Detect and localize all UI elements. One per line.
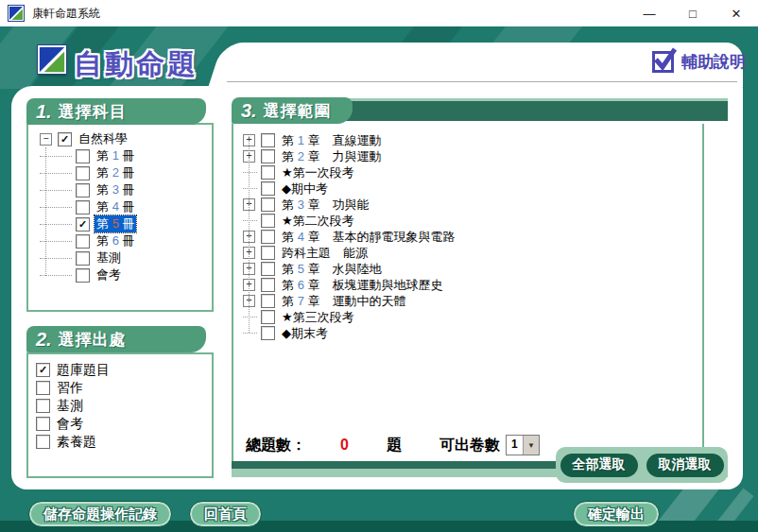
checkbox[interactable] — [36, 381, 50, 395]
tree-item-label[interactable]: 第 3 冊 — [95, 181, 136, 198]
tree-item[interactable]: + 第 6 章 板塊運動與地球歷史 — [233, 277, 697, 293]
tree-item-label[interactable]: ★第二次段考 — [280, 213, 356, 230]
checkbox[interactable] — [261, 262, 275, 276]
checkbox[interactable] — [261, 310, 275, 324]
collapse-icon[interactable]: − — [40, 133, 52, 146]
checkbox[interactable] — [76, 268, 90, 283]
list-item-label[interactable]: 習作 — [55, 380, 85, 397]
chevron-down-icon[interactable]: ▼ — [523, 436, 539, 455]
tree-item-label[interactable]: 第 7 章 運動中的天體 — [280, 293, 407, 310]
select-all-button[interactable]: 全部選取 — [560, 454, 638, 477]
tree-item[interactable]: 基測 — [28, 249, 212, 266]
tree-item[interactable]: 第 3 冊 — [28, 181, 212, 198]
checkbox[interactable] — [261, 181, 275, 196]
deselect-button[interactable]: 取消選取 — [646, 454, 724, 477]
tree-item-label[interactable]: 自然科學 — [77, 130, 129, 147]
tree-item[interactable]: 第 1 冊 — [28, 147, 212, 164]
maximize-button[interactable]: □ — [671, 0, 715, 26]
tree-item[interactable]: 第 2 冊 — [28, 164, 212, 181]
tree-item-label[interactable]: 第 1 冊 — [95, 147, 136, 164]
home-button[interactable]: 回首頁 — [189, 501, 262, 527]
checkbox[interactable] — [36, 435, 50, 449]
tree-item-label[interactable]: 第 6 章 板塊運動與地球歷史 — [280, 277, 444, 294]
checkbox[interactable] — [76, 251, 90, 266]
tree-item-label[interactable]: ★第三次段考 — [280, 309, 356, 326]
tree-item-selected[interactable]: ✓ 第 5 冊 — [28, 215, 212, 232]
tree-item[interactable]: ★第二次段考 — [233, 213, 697, 229]
tree-item-label[interactable]: 第 4 冊 — [95, 198, 136, 215]
tree-item[interactable]: 會考 — [28, 266, 212, 283]
confirm-output-button[interactable]: 確定輸出 — [573, 501, 660, 527]
list-item[interactable]: 習作 — [36, 379, 112, 397]
paper-count-select[interactable]: 1 ▼ — [506, 435, 540, 455]
checkbox[interactable] — [261, 294, 275, 308]
list-item-label[interactable]: 題庫題目 — [55, 362, 112, 379]
list-item-label[interactable]: 素養題 — [55, 434, 98, 451]
checkbox[interactable]: ✓ — [36, 363, 50, 377]
list-item[interactable]: 會考 — [36, 415, 112, 433]
list-item[interactable]: 基測 — [36, 397, 112, 415]
tree-item-label[interactable]: 第 4 章 基本的靜電現象與電路 — [280, 229, 457, 246]
tree-item[interactable]: + 第 1 章 直線運動 — [233, 132, 697, 148]
list-item-label[interactable]: 會考 — [55, 416, 85, 433]
checkbox[interactable] — [76, 234, 90, 249]
questions-unit-label: 題 — [387, 436, 402, 455]
checkbox[interactable] — [36, 417, 50, 431]
checkbox[interactable] — [261, 149, 275, 163]
list-item[interactable]: 素養題 — [36, 433, 112, 451]
minimize-button[interactable]: — — [628, 0, 671, 26]
tree-item[interactable]: + 跨科主題 能源 — [233, 245, 697, 261]
checkbox[interactable] — [261, 214, 275, 228]
tree-item-label[interactable]: 基測 — [95, 249, 123, 266]
tree-item[interactable]: ★第三次段考 — [233, 309, 697, 325]
tree-item-label[interactable]: 第 5 冊 — [95, 215, 136, 232]
checkbox[interactable] — [261, 230, 275, 244]
paper-count-label: 可出卷數 — [439, 436, 500, 455]
checkbox[interactable] — [76, 200, 90, 215]
checkbox[interactable] — [261, 133, 275, 147]
tree-item[interactable]: + 第 7 章 運動中的天體 — [233, 293, 697, 309]
tree-item-label[interactable]: ★第一次段考 — [280, 164, 356, 181]
checkbox[interactable] — [261, 278, 275, 292]
tree-item-label[interactable]: 會考 — [95, 266, 123, 283]
tree-item-label[interactable]: 第 2 冊 — [95, 164, 136, 181]
list-item-label[interactable]: 基測 — [55, 398, 85, 415]
tree-item[interactable]: ◆期末考 — [233, 325, 697, 341]
tree-item[interactable]: + 第 4 章 基本的靜電現象與電路 — [233, 229, 697, 245]
checkbox[interactable] — [261, 246, 275, 260]
tree-item[interactable]: ★第一次段考 — [233, 164, 697, 180]
close-button[interactable]: ✕ — [715, 0, 758, 26]
help-button[interactable]: 輔助說明 — [652, 51, 746, 73]
tree-item-label[interactable]: ◆期末考 — [280, 325, 330, 342]
window-title: 康軒命題系統 — [32, 6, 100, 22]
checkbox[interactable]: ✓ — [76, 217, 90, 232]
save-record-button[interactable]: 儲存命題操作記錄 — [28, 501, 172, 527]
tree-item-label[interactable]: ◆期中考 — [280, 180, 330, 197]
checkbox[interactable] — [36, 399, 50, 413]
checkbox[interactable] — [261, 165, 275, 180]
label-number: 4 — [298, 230, 304, 244]
tree-item-label[interactable]: 第 2 章 力與運動 — [280, 148, 383, 165]
tree-item-label[interactable]: 跨科主題 能源 — [280, 245, 370, 262]
tree-item[interactable]: + 第 3 章 功與能 — [233, 197, 697, 213]
selection-buttons-tray: 全部選取 取消選取 — [556, 447, 728, 483]
checkbox[interactable] — [261, 326, 275, 340]
tree-item-label[interactable]: 第 6 冊 — [95, 232, 136, 249]
tree-item[interactable]: + 第 2 章 力與運動 — [233, 148, 697, 164]
tree-item[interactable]: 第 6 冊 — [28, 232, 212, 249]
tree-item-label[interactable]: 第 3 章 功與能 — [280, 197, 370, 214]
tree-item-label[interactable]: 第 5 章 水與陸地 — [280, 261, 383, 278]
checkbox[interactable]: ✓ — [58, 132, 72, 146]
tree-item-label[interactable]: 第 1 章 直線運動 — [280, 132, 383, 149]
tree-item[interactable]: 第 4 冊 — [28, 198, 212, 215]
tree-item[interactable]: − ✓ 自然科學 — [28, 130, 212, 147]
checkbox[interactable] — [76, 183, 90, 197]
panel-number: 3. — [241, 100, 257, 122]
tree-item[interactable]: + 第 5 章 水與陸地 — [233, 261, 697, 277]
checkbox[interactable] — [76, 149, 90, 163]
checkbox[interactable] — [261, 197, 275, 212]
label-number: 6 — [112, 233, 119, 248]
list-item[interactable]: ✓ 題庫題目 — [36, 361, 112, 379]
tree-item[interactable]: ◆期中考 — [233, 180, 697, 197]
checkbox[interactable] — [76, 166, 90, 180]
